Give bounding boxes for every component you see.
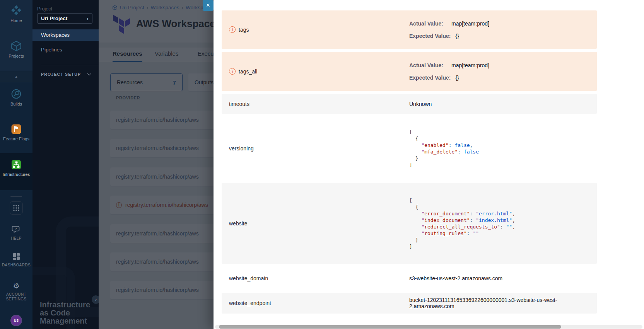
attribute-name: versioning <box>229 145 254 152</box>
chevron-right-icon: › <box>87 15 89 22</box>
attribute-name: tags_all <box>239 68 257 75</box>
attribute-value: bucket-120231113165336922600000001.s3-we… <box>409 297 557 309</box>
avatar-initials: US <box>14 319 19 322</box>
apps-grid-icon <box>13 205 20 211</box>
workspaces-label: Workspaces <box>41 32 70 38</box>
close-drawer-button[interactable]: ✕ <box>203 0 214 11</box>
sidebar-item-infrastructures[interactable]: Infrastructures <box>0 159 32 177</box>
horizontal-scrollbar-track[interactable] <box>215 325 642 329</box>
attribute-row-website-endpoint: website_endpoint bucket-1202311131653369… <box>222 293 597 314</box>
sidebar-item-account-settings[interactable]: ⚙ ACCOUNT SETTINGS <box>0 282 32 301</box>
sidebar-item-home[interactable]: Home <box>0 5 32 23</box>
feature-flags-icon <box>0 124 32 135</box>
horizontal-scrollbar-thumb[interactable] <box>219 325 561 329</box>
attribute-name: tags <box>239 27 249 33</box>
project-setup-label: PROJECT SETUP <box>41 72 81 77</box>
actual-value: map[team:prod] <box>451 62 489 68</box>
attribute-name: website_endpoint <box>229 300 271 306</box>
attribute-value: s3-website-us-west-2.amazonaws.com <box>409 275 502 281</box>
drift-details-drawer: i tags Actual Value:map[team:prod] Expec… <box>214 0 644 329</box>
sidebar-item-help[interactable]: ? HELP <box>0 225 32 240</box>
infrastructures-icon <box>0 159 32 170</box>
apps-grid-button[interactable] <box>10 201 23 215</box>
attribute-name: website <box>229 220 247 227</box>
attribute-value: Unknown <box>409 101 432 107</box>
help-chat-icon: ? <box>0 225 32 234</box>
sidebar-item-label: Home <box>10 18 22 23</box>
home-icon <box>0 5 32 16</box>
sidebar-item-builds[interactable]: Builds <box>0 88 32 106</box>
json-code-block: [ { "enabled": false, "mfa_delete": fals… <box>409 129 597 168</box>
project-sidebar: Project Uri Project › Workspaces Pipelin… <box>32 0 99 329</box>
sidebar-item-projects[interactable]: Projects <box>0 40 32 58</box>
attribute-name: timeouts <box>229 101 249 107</box>
sidebar-collapse-arrow[interactable]: ▲ <box>0 71 32 82</box>
sidebar-divider <box>41 65 99 65</box>
module-sidebar: Home Projects ▲ Builds Feature Flags <box>0 0 32 329</box>
sidebar-collapse-handle[interactable]: ‹ <box>92 295 99 304</box>
pipelines-label: Pipelines <box>41 47 62 53</box>
account-settings-label-2: SETTINGS <box>6 297 26 301</box>
project-section-label: Project <box>37 6 52 12</box>
attribute-row-versioning: versioning [ { "enabled": false, "mfa_de… <box>222 117 597 180</box>
sidebar-item-dashboards[interactable]: DASHBOARDS <box>0 252 32 267</box>
dashboards-icon <box>0 252 32 261</box>
gear-icon: ⚙ <box>0 282 32 290</box>
app-window: Home Projects ▲ Builds Feature Flags <box>0 0 644 329</box>
expected-value: {} <box>455 33 459 39</box>
attribute-row-website-domain: website_domain s3-website-us-west-2.amaz… <box>222 267 597 290</box>
projects-cube-icon <box>0 40 32 52</box>
sidebar-item-feature-flags[interactable]: Feature Flags <box>0 124 32 141</box>
project-selector[interactable]: Uri Project › <box>37 13 92 24</box>
expected-value: {} <box>455 75 459 81</box>
builds-icon <box>0 88 32 100</box>
actual-value-label: Actual Value: <box>409 20 447 27</box>
expected-value-label: Expected Value: <box>409 74 451 82</box>
attribute-name: website_domain <box>229 275 268 281</box>
attribute-rows: i tags Actual Value:map[team:prod] Expec… <box>222 10 597 317</box>
sidebar-item-pipelines[interactable]: Pipelines <box>32 44 99 56</box>
sidebar-item-workspaces[interactable]: Workspaces <box>32 29 99 41</box>
sidebar-item-label: Projects <box>9 54 24 58</box>
drift-info-icon: i <box>229 68 236 75</box>
sidebar-item-label: Builds <box>10 102 22 106</box>
sidebar-item-label: Infrastructures <box>3 172 30 177</box>
help-label: HELP <box>11 236 22 240</box>
attribute-row-timeouts: timeouts Unknown <box>222 94 597 114</box>
attribute-row-tags: i tags Actual Value:map[team:prod] Expec… <box>222 10 597 49</box>
svg-text:?: ? <box>15 227 17 231</box>
sidebar-divider <box>10 196 22 197</box>
selected-project-name: Uri Project <box>41 15 67 21</box>
module-footer-title: Infrastructure as Code Management <box>40 301 96 325</box>
drift-info-icon: i <box>229 26 236 33</box>
attribute-row-tags-all: i tags_all Actual Value:map[team:prod] E… <box>222 52 597 91</box>
actual-value: map[team:prod] <box>451 20 489 27</box>
user-avatar[interactable]: US <box>11 315 21 326</box>
project-setup-toggle[interactable]: PROJECT SETUP <box>41 72 91 77</box>
attribute-row-website: website [ { "error_document": "error.htm… <box>222 183 597 264</box>
dashboards-label: DASHBOARDS <box>2 263 31 267</box>
account-settings-label: ACCOUNT <box>6 292 26 297</box>
json-code-block: [ { "error_document": "error.html", "ind… <box>409 197 597 250</box>
sidebar-item-label: Feature Flags <box>3 136 29 141</box>
expected-value-label: Expected Value: <box>409 32 451 40</box>
actual-value-label: Actual Value: <box>409 61 447 69</box>
chevron-down-icon <box>87 72 91 76</box>
